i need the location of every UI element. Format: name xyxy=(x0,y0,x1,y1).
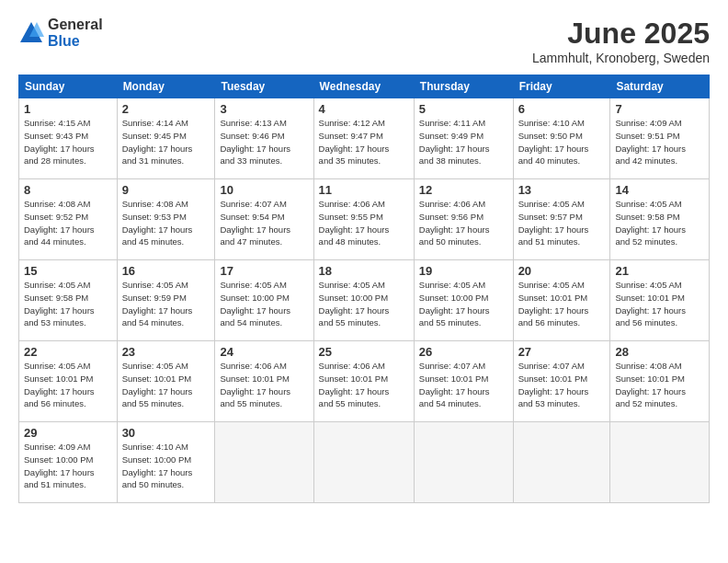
calendar-cell: 9Sunrise: 4:08 AM Sunset: 9:53 PM Daylig… xyxy=(117,179,215,260)
calendar-cell: 6Sunrise: 4:10 AM Sunset: 9:50 PM Daylig… xyxy=(513,98,610,179)
day-number: 17 xyxy=(220,264,308,278)
day-info: Sunrise: 4:15 AM Sunset: 9:43 PM Dayligh… xyxy=(24,117,112,167)
day-number: 14 xyxy=(615,183,704,197)
calendar-cell: 8Sunrise: 4:08 AM Sunset: 9:52 PM Daylig… xyxy=(19,179,118,260)
calendar-cell xyxy=(215,422,313,503)
day-info: Sunrise: 4:06 AM Sunset: 9:55 PM Dayligh… xyxy=(319,198,409,248)
calendar-cell: 12Sunrise: 4:06 AM Sunset: 9:56 PM Dayli… xyxy=(414,179,513,260)
calendar-table: SundayMondayTuesdayWednesdayThursdayFrid… xyxy=(18,75,710,503)
weekday-header-row: SundayMondayTuesdayWednesdayThursdayFrid… xyxy=(19,75,710,98)
day-info: Sunrise: 4:07 AM Sunset: 10:01 PM Daylig… xyxy=(518,360,606,410)
day-info: Sunrise: 4:10 AM Sunset: 10:00 PM Daylig… xyxy=(122,441,210,491)
calendar-week-row: 22Sunrise: 4:05 AM Sunset: 10:01 PM Dayl… xyxy=(19,341,710,422)
day-info: Sunrise: 4:11 AM Sunset: 9:49 PM Dayligh… xyxy=(419,117,508,167)
page: General Blue June 2025 Lammhult, Kronobe… xyxy=(0,0,728,563)
calendar-cell: 18Sunrise: 4:05 AM Sunset: 10:00 PM Dayl… xyxy=(313,260,414,341)
calendar-cell: 26Sunrise: 4:07 AM Sunset: 10:01 PM Dayl… xyxy=(414,341,513,422)
calendar-cell: 21Sunrise: 4:05 AM Sunset: 10:01 PM Dayl… xyxy=(610,260,710,341)
day-number: 27 xyxy=(518,345,606,359)
day-number: 30 xyxy=(122,426,210,440)
day-info: Sunrise: 4:07 AM Sunset: 10:01 PM Daylig… xyxy=(419,360,508,410)
day-number: 11 xyxy=(319,183,409,197)
day-info: Sunrise: 4:05 AM Sunset: 10:00 PM Daylig… xyxy=(319,279,409,329)
header: General Blue June 2025 Lammhult, Kronobe… xyxy=(18,17,710,65)
calendar-cell: 30Sunrise: 4:10 AM Sunset: 10:00 PM Dayl… xyxy=(117,422,215,503)
day-number: 20 xyxy=(518,264,606,278)
day-number: 13 xyxy=(518,183,606,197)
calendar-cell: 22Sunrise: 4:05 AM Sunset: 10:01 PM Dayl… xyxy=(19,341,118,422)
day-info: Sunrise: 4:05 AM Sunset: 10:01 PM Daylig… xyxy=(518,279,606,329)
day-info: Sunrise: 4:06 AM Sunset: 10:01 PM Daylig… xyxy=(319,360,409,410)
day-info: Sunrise: 4:06 AM Sunset: 10:01 PM Daylig… xyxy=(220,360,308,410)
day-number: 6 xyxy=(518,102,606,116)
day-info: Sunrise: 4:13 AM Sunset: 9:46 PM Dayligh… xyxy=(220,117,308,167)
day-number: 8 xyxy=(24,183,112,197)
calendar-cell: 17Sunrise: 4:05 AM Sunset: 10:00 PM Dayl… xyxy=(215,260,313,341)
calendar-cell xyxy=(610,422,710,503)
weekday-header-saturday: Saturday xyxy=(610,75,710,98)
logo-text: General Blue xyxy=(48,17,103,49)
day-number: 12 xyxy=(419,183,508,197)
day-number: 28 xyxy=(615,345,704,359)
day-info: Sunrise: 4:05 AM Sunset: 10:01 PM Daylig… xyxy=(24,360,112,410)
day-number: 18 xyxy=(319,264,409,278)
day-number: 25 xyxy=(319,345,409,359)
day-number: 7 xyxy=(615,102,704,116)
day-number: 22 xyxy=(24,345,112,359)
day-info: Sunrise: 4:10 AM Sunset: 9:50 PM Dayligh… xyxy=(518,117,606,167)
day-info: Sunrise: 4:06 AM Sunset: 9:56 PM Dayligh… xyxy=(419,198,508,248)
day-info: Sunrise: 4:05 AM Sunset: 9:57 PM Dayligh… xyxy=(518,198,606,248)
calendar-cell: 27Sunrise: 4:07 AM Sunset: 10:01 PM Dayl… xyxy=(513,341,610,422)
day-number: 21 xyxy=(615,264,704,278)
day-number: 26 xyxy=(419,345,508,359)
calendar-cell: 16Sunrise: 4:05 AM Sunset: 9:59 PM Dayli… xyxy=(117,260,215,341)
calendar-cell: 10Sunrise: 4:07 AM Sunset: 9:54 PM Dayli… xyxy=(215,179,313,260)
weekday-header-tuesday: Tuesday xyxy=(215,75,313,98)
calendar-cell: 5Sunrise: 4:11 AM Sunset: 9:49 PM Daylig… xyxy=(414,98,513,179)
calendar-cell: 4Sunrise: 4:12 AM Sunset: 9:47 PM Daylig… xyxy=(313,98,414,179)
logo-blue: Blue xyxy=(48,33,103,50)
calendar-cell: 24Sunrise: 4:06 AM Sunset: 10:01 PM Dayl… xyxy=(215,341,313,422)
logo-general: General xyxy=(48,17,103,33)
calendar-cell xyxy=(414,422,513,503)
calendar-cell: 29Sunrise: 4:09 AM Sunset: 10:00 PM Dayl… xyxy=(19,422,118,503)
calendar-cell: 3Sunrise: 4:13 AM Sunset: 9:46 PM Daylig… xyxy=(215,98,313,179)
day-info: Sunrise: 4:05 AM Sunset: 9:58 PM Dayligh… xyxy=(615,198,704,248)
month-title: June 2025 xyxy=(532,17,710,51)
calendar-cell: 14Sunrise: 4:05 AM Sunset: 9:58 PM Dayli… xyxy=(610,179,710,260)
calendar-cell: 15Sunrise: 4:05 AM Sunset: 9:58 PM Dayli… xyxy=(19,260,118,341)
weekday-header-monday: Monday xyxy=(117,75,215,98)
calendar-cell: 19Sunrise: 4:05 AM Sunset: 10:00 PM Dayl… xyxy=(414,260,513,341)
day-number: 24 xyxy=(220,345,308,359)
day-number: 4 xyxy=(319,102,409,116)
logo: General Blue xyxy=(18,17,103,49)
day-info: Sunrise: 4:05 AM Sunset: 10:00 PM Daylig… xyxy=(419,279,508,329)
calendar-cell xyxy=(313,422,414,503)
day-number: 5 xyxy=(419,102,508,116)
day-number: 19 xyxy=(419,264,508,278)
weekday-header-friday: Friday xyxy=(513,75,610,98)
weekday-header-thursday: Thursday xyxy=(414,75,513,98)
calendar-cell: 25Sunrise: 4:06 AM Sunset: 10:01 PM Dayl… xyxy=(313,341,414,422)
day-info: Sunrise: 4:08 AM Sunset: 9:53 PM Dayligh… xyxy=(122,198,210,248)
weekday-header-sunday: Sunday xyxy=(19,75,118,98)
day-info: Sunrise: 4:09 AM Sunset: 9:51 PM Dayligh… xyxy=(615,117,704,167)
calendar-week-row: 15Sunrise: 4:05 AM Sunset: 9:58 PM Dayli… xyxy=(19,260,710,341)
day-number: 16 xyxy=(122,264,210,278)
day-number: 1 xyxy=(24,102,112,116)
day-number: 3 xyxy=(220,102,308,116)
day-info: Sunrise: 4:08 AM Sunset: 10:01 PM Daylig… xyxy=(615,360,704,410)
day-info: Sunrise: 4:05 AM Sunset: 9:59 PM Dayligh… xyxy=(122,279,210,329)
day-info: Sunrise: 4:14 AM Sunset: 9:45 PM Dayligh… xyxy=(122,117,210,167)
day-info: Sunrise: 4:05 AM Sunset: 9:58 PM Dayligh… xyxy=(24,279,112,329)
calendar-cell: 13Sunrise: 4:05 AM Sunset: 9:57 PM Dayli… xyxy=(513,179,610,260)
day-info: Sunrise: 4:07 AM Sunset: 9:54 PM Dayligh… xyxy=(220,198,308,248)
calendar-cell: 7Sunrise: 4:09 AM Sunset: 9:51 PM Daylig… xyxy=(610,98,710,179)
logo-icon xyxy=(18,20,44,46)
title-area: June 2025 Lammhult, Kronoberg, Sweden xyxy=(532,17,710,65)
day-info: Sunrise: 4:09 AM Sunset: 10:00 PM Daylig… xyxy=(24,441,112,491)
calendar-week-row: 8Sunrise: 4:08 AM Sunset: 9:52 PM Daylig… xyxy=(19,179,710,260)
weekday-header-wednesday: Wednesday xyxy=(313,75,414,98)
day-info: Sunrise: 4:05 AM Sunset: 10:01 PM Daylig… xyxy=(122,360,210,410)
day-number: 29 xyxy=(24,426,112,440)
